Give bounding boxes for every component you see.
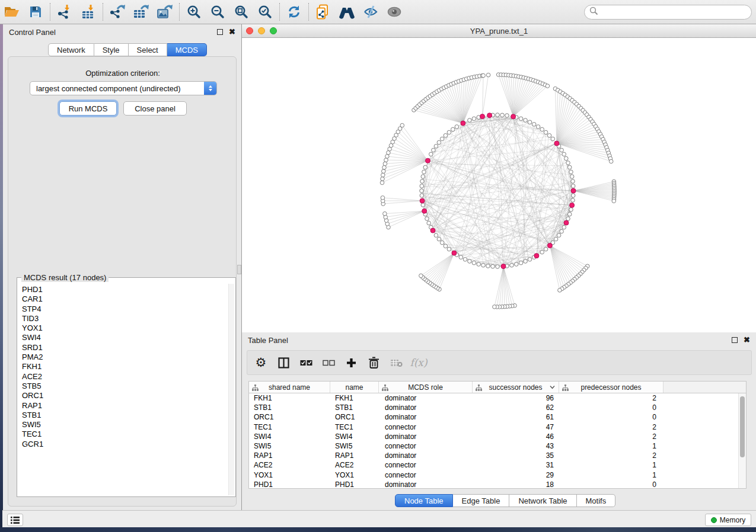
optimization-criterion-select[interactable]: largest connected component (undirected): [30, 81, 217, 95]
zoom-selected-icon[interactable]: [253, 2, 277, 22]
import-table-icon[interactable]: [76, 2, 100, 22]
table-cell: ORC1: [330, 413, 379, 421]
mcds-result-item[interactable]: PMA2: [18, 352, 228, 362]
table-row[interactable]: PHD1PHD1dominator180: [249, 480, 738, 488]
table-row[interactable]: ORC1ORC1dominator610: [249, 412, 738, 422]
tab-network-table[interactable]: Network Table: [509, 494, 576, 507]
close-panel-icon[interactable]: ✖: [229, 29, 235, 35]
network-canvas[interactable]: [242, 38, 756, 332]
gear-icon[interactable]: ⚙: [254, 356, 267, 369]
memory-label: Memory: [720, 516, 745, 524]
table-row[interactable]: TEC1TEC1connector472: [249, 422, 738, 432]
mcds-result-item[interactable]: FKH1: [18, 362, 228, 371]
column-header[interactable]: shared name: [249, 382, 330, 393]
delete-column-icon[interactable]: [367, 356, 380, 369]
memory-button[interactable]: Memory: [705, 514, 751, 526]
column-header[interactable]: name: [330, 382, 379, 393]
scrollbar-thumb[interactable]: [740, 396, 745, 457]
mcds-tab-content: Optimization criterion: largest connecte…: [8, 56, 237, 507]
table-cell: dominator: [379, 432, 473, 441]
mcds-result-item[interactable]: ORC1: [18, 391, 228, 400]
add-column-icon[interactable]: [344, 356, 358, 369]
mcds-result-item[interactable]: GCR1: [18, 440, 228, 449]
select-all-icon[interactable]: [299, 356, 312, 369]
table-row[interactable]: SWI4SWI4dominator462: [249, 432, 738, 441]
binoculars-icon[interactable]: [335, 2, 359, 22]
column-header[interactable]: MCDS role: [379, 382, 473, 393]
table-vertical-scrollbar[interactable]: [738, 393, 746, 488]
mcds-result-item[interactable]: SWI5: [18, 420, 228, 430]
table-row[interactable]: YOX1YOX1connector291: [249, 470, 738, 480]
mcds-result-item[interactable]: YOX1: [18, 323, 228, 333]
network-window-titlebar[interactable]: YPA_prune.txt_1: [242, 24, 756, 38]
run-mcds-button[interactable]: Run MCDS: [59, 101, 117, 116]
column-header[interactable]: successor nodes: [473, 382, 559, 393]
export-image-icon[interactable]: [153, 2, 177, 22]
close-panel-button[interactable]: Close panel: [123, 101, 187, 116]
zoom-fit-icon[interactable]: [229, 2, 253, 22]
table-panel: Table Panel ✖ ⚙ f(x) shared namenameMCDS…: [241, 332, 756, 510]
column-layout-icon[interactable]: [277, 356, 290, 369]
table-cell: SWI4: [249, 432, 330, 441]
export-table-icon[interactable]: [129, 2, 153, 22]
panel-menu-button[interactable]: [7, 514, 23, 526]
table-cell: dominator: [379, 413, 473, 421]
table-row[interactable]: RAP1RAP1dominator352: [249, 451, 738, 460]
show-eye-icon[interactable]: [382, 2, 406, 22]
export-network-icon[interactable]: [106, 2, 129, 22]
tab-motifs[interactable]: Motifs: [577, 494, 616, 507]
save-session-icon[interactable]: [24, 2, 47, 22]
table-cell: 61: [473, 413, 559, 421]
float-window-icon[interactable]: [217, 29, 223, 35]
mcds-list-scrollbar[interactable]: [228, 284, 234, 495]
mcds-result-item[interactable]: SRD1: [18, 343, 228, 352]
search-input[interactable]: [598, 7, 751, 18]
table-cell: PHD1: [330, 480, 379, 488]
table-row[interactable]: ACE2ACE2connector311: [249, 460, 738, 470]
mcds-result-item[interactable]: TEC1: [18, 430, 228, 439]
desktop-wallpaper-strip: [0, 527, 756, 532]
deselect-all-icon[interactable]: [322, 356, 335, 369]
mcds-result-item[interactable]: SWI4: [18, 333, 228, 342]
zoom-in-icon[interactable]: [182, 2, 206, 22]
function-builder-icon: f(x): [412, 356, 425, 369]
zoom-out-icon[interactable]: [206, 2, 229, 22]
import-network-icon[interactable]: [53, 2, 76, 22]
tab-select[interactable]: Select: [129, 43, 167, 56]
table-row[interactable]: FKH1FKH1dominator962: [249, 393, 738, 403]
mcds-result-item[interactable]: ACE2: [18, 372, 228, 382]
float-window-icon[interactable]: [732, 337, 738, 343]
table-row[interactable]: STB1STB1dominator620: [249, 403, 738, 412]
mcds-result-item[interactable]: RAP1: [18, 401, 228, 411]
table-row[interactable]: SWI5SWI5connector431: [249, 441, 738, 451]
mcds-result-list[interactable]: PHD1CAR1STP4TID3YOX1SWI4SRD1PMA2FKH1ACE2…: [18, 285, 228, 495]
table-cell: dominator: [379, 403, 473, 412]
mcds-result-item[interactable]: STB5: [18, 382, 228, 391]
column-header[interactable]: predecessor nodes: [559, 382, 664, 393]
table-cell: dominator: [379, 394, 473, 402]
search-box[interactable]: [584, 5, 752, 20]
mcds-result-item[interactable]: TID3: [18, 314, 228, 323]
tab-network[interactable]: Network: [48, 43, 94, 56]
toolbar-separator: [179, 3, 180, 21]
tab-style[interactable]: Style: [94, 43, 129, 56]
close-panel-icon[interactable]: ✖: [744, 337, 750, 343]
header-filler: [664, 382, 746, 393]
mcds-result-item[interactable]: STP4: [18, 305, 228, 314]
vertical-splitter-handle[interactable]: [237, 265, 241, 274]
mcds-result-item[interactable]: CAR1: [18, 294, 228, 304]
mcds-result-item[interactable]: STB1: [18, 411, 228, 420]
node-table[interactable]: shared namenameMCDS rolesuccessor nodesp…: [248, 381, 747, 489]
table-cell: YOX1: [330, 471, 379, 479]
network-clone-icon[interactable]: [311, 2, 335, 22]
mcds-result-item[interactable]: PHD1: [18, 285, 228, 294]
tab-edge-table[interactable]: Edge Table: [453, 494, 510, 507]
table-cell: 2: [559, 451, 664, 460]
open-file-icon[interactable]: [0, 2, 24, 22]
column-label: successor nodes: [489, 383, 542, 392]
tab-node-table[interactable]: Node Table: [395, 494, 453, 507]
refresh-icon[interactable]: [282, 2, 306, 22]
tab-mcds[interactable]: MCDS: [167, 43, 207, 56]
table-cell: 2: [559, 432, 664, 441]
hide-eye-icon[interactable]: [359, 2, 382, 22]
